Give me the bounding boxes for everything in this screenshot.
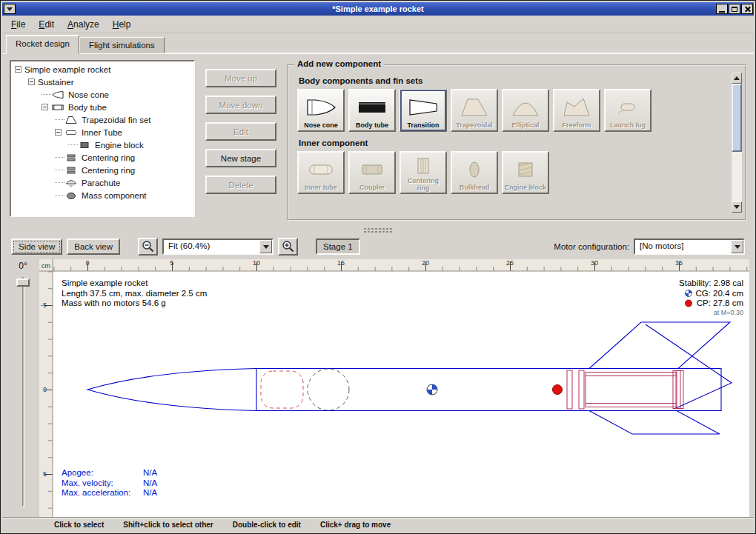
nose-cone-outline[interactable] xyxy=(87,369,256,411)
tree-item-parachute[interactable]: Parachute xyxy=(13,176,193,189)
zoom-value: Fit (60.4%) xyxy=(164,240,259,253)
scroll-up-icon[interactable] xyxy=(732,73,742,84)
ruler-tick-label: 20 xyxy=(422,259,429,267)
add-trapezoidal-fin-button[interactable]: Trapezoidal xyxy=(451,89,498,132)
centering-ring-outline[interactable] xyxy=(567,370,572,409)
tab-rocket-design[interactable]: Rocket design xyxy=(6,35,79,54)
rocket-canvas[interactable]: 0 5 10 15 20 25 30 35 -5 0 5 xyxy=(39,259,749,517)
rocket-figure[interactable]: 0 5 10 15 20 25 30 35 -5 0 5 xyxy=(39,259,749,517)
ruler-tick-label: 0 xyxy=(43,386,47,393)
tab-flight-simulations[interactable]: Flight simulations xyxy=(79,37,165,53)
menu-edit[interactable]: Edit xyxy=(33,17,60,32)
minimize-icon xyxy=(719,11,725,13)
move-down-button[interactable]: Move down xyxy=(205,96,276,114)
back-view-button[interactable]: Back view xyxy=(67,238,120,255)
parachute-outline[interactable] xyxy=(261,371,303,408)
minimize-button[interactable] xyxy=(716,4,728,14)
collapse-toggle-icon[interactable] xyxy=(15,66,21,73)
chevron-down-icon[interactable] xyxy=(731,240,743,253)
tree-item-body-tube[interactable]: Body tube xyxy=(13,101,193,113)
rotation-slider[interactable] xyxy=(15,277,31,507)
mass-component-outline[interactable] xyxy=(308,369,349,410)
add-nose-cone-button[interactable]: Nose cone xyxy=(297,89,345,132)
chevron-down-icon[interactable] xyxy=(259,240,272,253)
upper-fin[interactable] xyxy=(589,322,730,369)
internal-components[interactable] xyxy=(261,369,683,410)
tree-connector xyxy=(55,170,64,170)
splitter-handle[interactable] xyxy=(363,227,393,233)
scrollbar-track[interactable] xyxy=(732,84,742,201)
stage-1-toggle[interactable]: Stage 1 xyxy=(316,238,360,255)
tab-strip: Rocket design Flight simulations xyxy=(2,33,754,53)
close-button[interactable] xyxy=(741,4,753,14)
side-view-button[interactable]: Side view xyxy=(11,238,62,255)
tree-item-centering-ring-2[interactable]: Centering ring xyxy=(13,164,193,176)
rocket-drawing[interactable] xyxy=(87,322,732,434)
engine-block-outline[interactable] xyxy=(673,371,683,409)
menu-file[interactable]: File xyxy=(5,17,31,32)
rotation-slider-track[interactable] xyxy=(22,277,24,507)
side-fin-projection[interactable] xyxy=(646,324,732,409)
splitter xyxy=(2,225,754,234)
apogee-value: N/A xyxy=(143,468,158,477)
menu-analyze[interactable]: Analyze xyxy=(62,17,105,32)
cp-legend-icon xyxy=(686,300,692,307)
add-engine-block-button[interactable]: Engine block xyxy=(502,151,549,194)
tree-item-engine-block[interactable]: Engine block xyxy=(13,138,193,151)
tree-item-inner-tube[interactable]: Inner Tube xyxy=(13,126,193,138)
tree-item-label: Mass component xyxy=(82,191,147,200)
horizontal-ruler: 0 5 10 15 20 25 30 35 xyxy=(53,259,749,271)
scroll-down-icon[interactable] xyxy=(732,201,742,213)
component-scrollbar[interactable] xyxy=(731,72,743,213)
tree-item-centering-ring-1[interactable]: Centering ring xyxy=(13,151,193,164)
tree-item-label: Centering ring xyxy=(82,166,135,175)
inner-tube-outline[interactable] xyxy=(586,373,677,407)
lower-fin[interactable] xyxy=(589,411,720,435)
collapse-toggle-icon[interactable] xyxy=(28,79,35,85)
titlebar[interactable]: *Simple example rocket xyxy=(2,2,754,16)
tree-item-fin-set[interactable]: Trapezoidal fin set xyxy=(13,113,193,126)
maximize-button[interactable] xyxy=(729,4,740,14)
add-inner-tube-button[interactable]: Inner tube xyxy=(297,151,345,194)
inner-tube-icon xyxy=(305,155,337,184)
tree-item-label: Inner Tube xyxy=(82,128,122,137)
zoom-in-button[interactable] xyxy=(278,238,298,256)
motor-configuration-select[interactable]: [No motors] xyxy=(634,238,745,255)
delete-button[interactable]: Delete xyxy=(205,176,276,194)
tree-item-label: Centering ring xyxy=(82,153,135,162)
tree-item-nose-cone[interactable]: Nose cone xyxy=(13,88,193,101)
mach-text: at M=0.30 xyxy=(714,309,743,316)
add-coupler-button[interactable]: Coupler xyxy=(348,151,396,194)
add-centering-ring-button[interactable]: Centering ring xyxy=(399,151,447,194)
add-launch-lug-button[interactable]: Launch lug xyxy=(604,89,651,132)
trapezoidal-fin-icon xyxy=(458,93,491,121)
add-bulkhead-button[interactable]: Bulkhead xyxy=(451,151,498,194)
edit-button[interactable]: Edit xyxy=(205,122,276,141)
add-transition-button[interactable]: Transition xyxy=(399,89,447,132)
motor-configuration-value: [No motors] xyxy=(635,240,731,253)
rotation-slider-thumb[interactable] xyxy=(16,278,30,287)
zoom-out-button[interactable] xyxy=(138,238,158,256)
cg-marker[interactable] xyxy=(427,384,437,395)
scrollbar-thumb[interactable] xyxy=(732,84,742,152)
window-menu-icon[interactable] xyxy=(4,4,16,14)
tree-item-rocket[interactable]: Simple example rocket xyxy=(13,63,193,76)
zoom-select[interactable]: Fit (60.4%) xyxy=(162,238,273,255)
tree-item-mass-component[interactable]: Mass component xyxy=(13,189,193,201)
collapse-toggle-icon[interactable] xyxy=(55,129,62,136)
body-tube-icon xyxy=(51,103,65,112)
collapse-toggle-icon[interactable] xyxy=(42,104,48,110)
body-tube-outline[interactable] xyxy=(256,369,721,411)
ruler-tick-label: 10 xyxy=(253,259,260,267)
add-freeform-fin-button[interactable]: Freeform xyxy=(553,89,600,132)
tree-item-sustainer[interactable]: Sustainer xyxy=(13,76,193,88)
menu-help[interactable]: Help xyxy=(107,17,137,32)
move-up-button[interactable]: Move up xyxy=(205,69,276,87)
centering-ring-outline[interactable] xyxy=(579,370,584,409)
new-stage-button[interactable]: New stage xyxy=(205,149,276,167)
cp-marker[interactable] xyxy=(553,385,563,395)
component-tree[interactable]: Simple example rocket Sustainer Nose con… xyxy=(10,60,195,217)
add-elliptical-fin-button[interactable]: Elliptical xyxy=(502,89,549,132)
add-body-tube-button[interactable]: Body tube xyxy=(348,89,396,132)
flight-info: Apogee: N/A Max. velocity: N/A Max. acce… xyxy=(62,468,158,497)
